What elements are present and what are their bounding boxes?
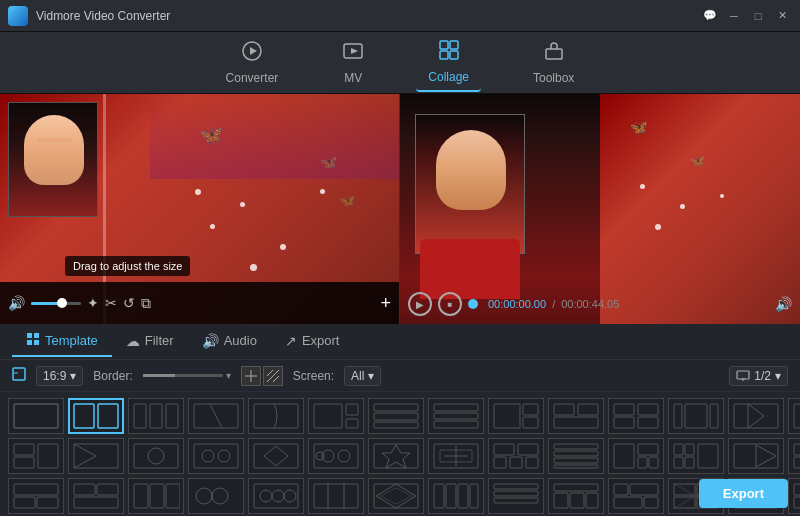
template-r3-11[interactable] <box>608 478 664 514</box>
collage-icon <box>438 39 460 66</box>
svg-line-30 <box>210 404 222 428</box>
bottom-section: Template ☁ Filter 🔊 Audio ↗ Export 16:9 <box>0 324 800 516</box>
border-dropdown[interactable]: ▾ <box>226 370 231 381</box>
template-r3-3[interactable] <box>128 478 184 514</box>
template-r2-6[interactable] <box>308 438 364 474</box>
time-current: 00:00:00.00 <box>488 298 546 310</box>
template-r3-2[interactable] <box>68 478 124 514</box>
add-button[interactable]: + <box>380 293 391 314</box>
template-r3-7[interactable] <box>368 478 424 514</box>
converter-icon <box>241 40 263 67</box>
template-single[interactable] <box>8 398 64 434</box>
play-button[interactable]: ▶ <box>408 292 432 316</box>
template-r2-4[interactable] <box>188 438 244 474</box>
screen-select[interactable]: All ▾ <box>344 366 381 386</box>
volume-icon[interactable]: 🔊 <box>8 295 25 311</box>
template-2top-bigbottom[interactable] <box>548 398 604 434</box>
subtab-template[interactable]: Template <box>12 326 112 357</box>
subtab-export[interactable]: ↗ Export <box>271 327 354 357</box>
svg-rect-82 <box>554 458 598 463</box>
right-split-portrait <box>400 94 600 324</box>
template-label: Template <box>45 333 98 348</box>
template-r2-14[interactable] <box>788 438 800 474</box>
scissors-icon[interactable]: ✂ <box>105 295 117 311</box>
cake-decoration <box>250 264 257 271</box>
template-two-vertical[interactable] <box>68 398 124 434</box>
template-r2-5[interactable] <box>248 438 304 474</box>
template-wide-small[interactable] <box>308 398 364 434</box>
tab-collage[interactable]: Collage <box>416 33 481 92</box>
template-r2-11[interactable] <box>608 438 664 474</box>
star-icon[interactable]: ✦ <box>87 295 99 311</box>
page-select[interactable]: 1/2 ▾ <box>729 366 788 386</box>
template-r2-10[interactable] <box>548 438 604 474</box>
svg-rect-28 <box>166 404 178 428</box>
message-icon[interactable]: 💬 <box>700 6 720 26</box>
svg-rect-108 <box>150 484 164 508</box>
template-r3-9[interactable] <box>488 478 544 514</box>
svg-rect-67 <box>314 444 358 468</box>
template-three-col[interactable] <box>128 398 184 434</box>
svg-rect-103 <box>37 497 58 508</box>
border-slider[interactable] <box>143 374 223 377</box>
svg-rect-44 <box>554 404 574 415</box>
main-area: 🦋 🦋 🦋 Drag to adjust the size <box>0 94 800 516</box>
svg-rect-106 <box>74 497 118 508</box>
template-r3-4[interactable] <box>188 478 244 514</box>
template-r3-5[interactable] <box>248 478 304 514</box>
template-4grid[interactable] <box>608 398 664 434</box>
titlebar: Vidmore Video Converter 💬 ─ □ ✕ <box>0 0 800 32</box>
grid-pattern-button[interactable] <box>241 366 261 386</box>
volume-slider[interactable] <box>31 302 81 305</box>
template-r3-1[interactable] <box>8 478 64 514</box>
template-small-big-small[interactable] <box>668 398 724 434</box>
svg-rect-10 <box>34 333 39 338</box>
tab-toolbox[interactable]: Toolbox <box>521 34 586 91</box>
close-button[interactable]: ✕ <box>772 6 792 26</box>
template-hstack3[interactable] <box>428 398 484 434</box>
template-trapezoid[interactable] <box>188 398 244 434</box>
pattern-buttons <box>241 366 283 386</box>
aspect-ratio-button[interactable]: 16:9 ▾ <box>36 366 83 386</box>
template-r2-13[interactable] <box>728 438 784 474</box>
template-r3-10[interactable] <box>548 478 604 514</box>
template-curved[interactable] <box>248 398 304 434</box>
right-volume-icon[interactable]: 🔊 <box>775 296 792 312</box>
subtab-audio[interactable]: 🔊 Audio <box>188 327 271 357</box>
minimize-button[interactable]: ─ <box>724 6 744 26</box>
copy-icon[interactable]: ⧉ <box>141 295 151 312</box>
stop-button[interactable]: ■ <box>438 292 462 316</box>
svg-rect-133 <box>614 484 628 495</box>
template-r2-7[interactable] <box>368 438 424 474</box>
subtab-filter[interactable]: ☁ Filter <box>112 327 188 357</box>
tab-converter[interactable]: Converter <box>214 34 291 91</box>
maximize-button[interactable]: □ <box>748 6 768 26</box>
template-r3-14[interactable] <box>788 478 800 514</box>
diagonal-pattern-button[interactable] <box>263 366 283 386</box>
template-r3-6[interactable] <box>308 478 364 514</box>
template-heart[interactable] <box>788 398 800 434</box>
template-r2-9[interactable] <box>488 438 544 474</box>
template-r2-8[interactable] <box>428 438 484 474</box>
svg-rect-95 <box>794 444 800 455</box>
template-icon <box>26 332 40 349</box>
template-r2-2[interactable] <box>68 438 124 474</box>
template-three-rows[interactable] <box>368 398 424 434</box>
svg-marker-3 <box>351 48 358 54</box>
template-r2-1[interactable] <box>8 438 64 474</box>
template-big-left-2right[interactable] <box>488 398 544 434</box>
template-r2-12[interactable] <box>668 438 724 474</box>
svg-rect-13 <box>13 368 25 380</box>
cake-decoration <box>195 189 201 195</box>
undo-icon[interactable]: ↺ <box>123 295 135 311</box>
export-button[interactable]: Export <box>699 479 788 508</box>
aspect-value: 16:9 <box>43 369 66 383</box>
small-portrait-overlay[interactable] <box>8 102 98 217</box>
svg-rect-134 <box>630 484 658 495</box>
template-r2-3[interactable] <box>128 438 184 474</box>
svg-rect-128 <box>494 498 538 503</box>
tab-mv[interactable]: MV <box>330 34 376 91</box>
template-arrow-split[interactable] <box>728 398 784 434</box>
screen-label: Screen: <box>293 369 334 383</box>
template-r3-8[interactable] <box>428 478 484 514</box>
